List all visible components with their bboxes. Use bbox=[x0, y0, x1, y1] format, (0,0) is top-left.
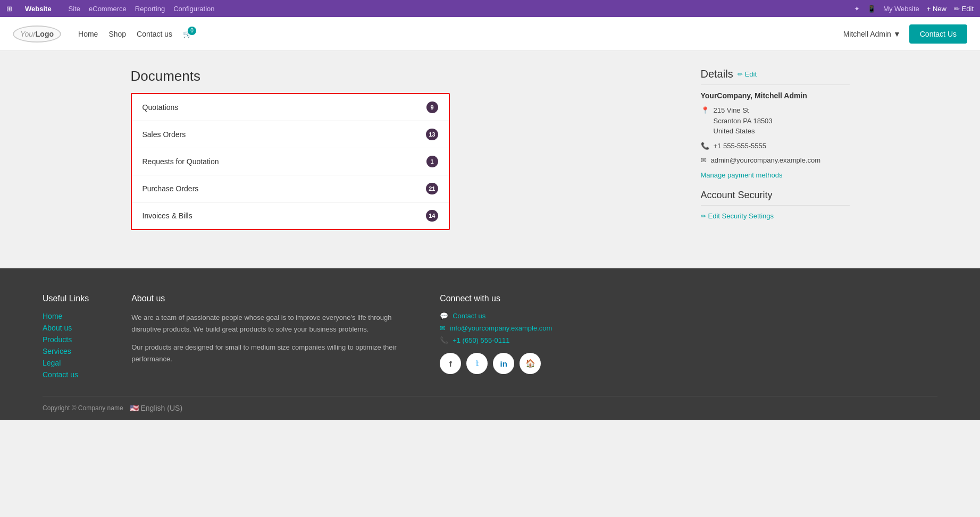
doc-badge-purchase-orders: 21 bbox=[426, 183, 438, 194]
cart-icon[interactable]: 🛒 0 bbox=[183, 30, 192, 38]
site-nav-links: Home Shop Contact us 🛒 0 bbox=[78, 30, 843, 38]
address-row: 📍 215 Vine St Scranton PA 18503 United S… bbox=[701, 105, 850, 137]
grid-icon[interactable]: ⊞ bbox=[6, 5, 12, 13]
location-icon: 📍 bbox=[701, 106, 709, 114]
nav-home[interactable]: Home bbox=[78, 30, 98, 38]
account-security-title: Account Security bbox=[701, 190, 850, 201]
doc-badge-invoices: 14 bbox=[426, 210, 438, 222]
phone-icon: 📞 bbox=[701, 142, 709, 150]
logo-text: Logo bbox=[36, 30, 54, 38]
footer-link-about[interactable]: About us bbox=[43, 324, 89, 332]
connect-email[interactable]: ✉ info@yourcompany.example.com bbox=[440, 324, 552, 332]
doc-row-quotations[interactable]: Quotations 9 bbox=[132, 94, 449, 121]
doc-row-sales-orders[interactable]: Sales Orders 13 bbox=[132, 121, 449, 148]
app-name: Website bbox=[25, 5, 52, 13]
contact-us-button[interactable]: Contact Us bbox=[909, 24, 967, 44]
language-selector[interactable]: 🇺🇸 English (US) bbox=[130, 404, 182, 412]
social-home[interactable]: 🏠 bbox=[520, 353, 541, 374]
pencil-icon bbox=[738, 70, 743, 78]
security-divider bbox=[701, 205, 850, 206]
phone-row: 📞 +1 555-555-5555 bbox=[701, 141, 850, 151]
connect-contact[interactable]: 💬 Contact us bbox=[440, 312, 552, 320]
admin-nav-configuration[interactable]: Configuration bbox=[173, 5, 214, 13]
my-website-button[interactable]: My Website bbox=[883, 5, 919, 13]
connect-links-list: 💬 Contact us ✉ info@yourcompany.example.… bbox=[440, 312, 552, 344]
footer-link-legal[interactable]: Legal bbox=[43, 359, 89, 367]
footer-links-list: Home About us Products Services Legal Co… bbox=[43, 312, 89, 379]
documents-section: Documents Quotations 9 Sales Orders 13 R… bbox=[131, 68, 680, 230]
cart-badge: 0 bbox=[188, 27, 196, 35]
documents-title: Documents bbox=[131, 68, 680, 84]
social-facebook[interactable]: f bbox=[440, 353, 461, 374]
company-name: YourCompany, Mitchell Admin bbox=[701, 91, 850, 100]
details-title: Details bbox=[701, 68, 733, 80]
email-icon: ✉ bbox=[701, 156, 707, 164]
about-title: About us bbox=[131, 294, 397, 303]
manage-payment-link[interactable]: Manage payment methods bbox=[701, 171, 850, 179]
social-linkedin[interactable]: in bbox=[493, 353, 514, 374]
connect-phone[interactable]: 📞 +1 (650) 555-0111 bbox=[440, 336, 552, 344]
admin-bar: ⊞ Website Site eCommerce Reporting Confi… bbox=[0, 0, 980, 17]
address-text: 215 Vine St Scranton PA 18503 United Sta… bbox=[714, 105, 773, 137]
nav-contact[interactable]: Contact us bbox=[137, 30, 172, 38]
site-nav: YourLogo Home Shop Contact us 🛒 0 Mitche… bbox=[0, 17, 980, 51]
footer-about: About us We are a team of passionate peo… bbox=[131, 294, 397, 379]
edit-security-link[interactable]: Edit Security Settings bbox=[701, 212, 850, 220]
doc-label-rfq: Requests for Quotation bbox=[143, 157, 219, 166]
admin-nav-reporting[interactable]: Reporting bbox=[135, 5, 165, 13]
social-twitter[interactable]: 𝕥 bbox=[466, 353, 488, 374]
doc-badge-quotations: 9 bbox=[426, 101, 438, 113]
new-button[interactable]: + New bbox=[927, 5, 947, 13]
footer: Useful Links Home About us Products Serv… bbox=[0, 268, 980, 420]
footer-link-contact[interactable]: Contact us bbox=[43, 370, 89, 379]
doc-row-invoices[interactable]: Invoices & Bills 14 bbox=[132, 202, 449, 229]
notification-icon[interactable]: ✦ bbox=[854, 5, 860, 13]
connect-email-icon: ✉ bbox=[440, 324, 446, 332]
footer-bottom: Copyright © Company name 🇺🇸 English (US) bbox=[43, 396, 937, 420]
doc-badge-rfq: 1 bbox=[426, 156, 438, 167]
footer-link-home[interactable]: Home bbox=[43, 312, 89, 320]
edit-button[interactable]: ✏ Edit bbox=[954, 5, 974, 13]
mobile-icon[interactable]: 📱 bbox=[867, 5, 876, 13]
email-row: ✉ admin@yourcompany.example.com bbox=[701, 155, 850, 166]
footer-link-products[interactable]: Products bbox=[43, 335, 89, 344]
footer-connect: Connect with us 💬 Contact us ✉ info@your… bbox=[440, 294, 552, 379]
connect-phone-icon: 📞 bbox=[440, 336, 448, 344]
user-menu-button[interactable]: Mitchell Admin ▼ bbox=[843, 30, 901, 38]
social-icons: f 𝕥 in 🏠 bbox=[440, 353, 552, 374]
nav-shop[interactable]: Shop bbox=[108, 30, 126, 38]
details-divider bbox=[701, 84, 850, 85]
main-content: Documents Quotations 9 Sales Orders 13 R… bbox=[118, 51, 862, 247]
details-section: Details Edit YourCompany, Mitchell Admin… bbox=[701, 68, 850, 230]
email-text: admin@yourcompany.example.com bbox=[711, 155, 821, 166]
doc-label-invoices: Invoices & Bills bbox=[143, 211, 192, 220]
footer-useful-links: Useful Links Home About us Products Serv… bbox=[43, 294, 89, 379]
admin-right-controls: ✦ 📱 My Website + New ✏ Edit bbox=[854, 5, 974, 13]
doc-label-sales-orders: Sales Orders bbox=[143, 130, 186, 139]
doc-badge-sales-orders: 13 bbox=[426, 129, 438, 140]
phone-text: +1 555-555-5555 bbox=[714, 141, 766, 151]
doc-row-rfq[interactable]: Requests for Quotation 1 bbox=[132, 148, 449, 175]
footer-link-services[interactable]: Services bbox=[43, 347, 89, 355]
useful-links-title: Useful Links bbox=[43, 294, 89, 303]
about-text-1: We are a team of passionate people whose… bbox=[131, 312, 397, 335]
about-text-2: Our products are designed for small to m… bbox=[131, 342, 397, 365]
connect-title: Connect with us bbox=[440, 294, 552, 303]
connect-chat-icon: 💬 bbox=[440, 312, 448, 320]
admin-nav-ecommerce[interactable]: eCommerce bbox=[89, 5, 127, 13]
documents-table: Quotations 9 Sales Orders 13 Requests fo… bbox=[131, 93, 450, 230]
doc-label-purchase-orders: Purchase Orders bbox=[143, 184, 199, 193]
site-nav-right: Mitchell Admin ▼ Contact Us bbox=[843, 24, 967, 44]
logo[interactable]: YourLogo bbox=[13, 26, 61, 43]
copyright-text: Copyright © Company name bbox=[43, 404, 123, 412]
logo-your: Your bbox=[20, 30, 36, 38]
details-header: Details Edit bbox=[701, 68, 850, 80]
security-pencil-icon bbox=[701, 212, 706, 220]
admin-nav-site[interactable]: Site bbox=[69, 5, 80, 13]
doc-row-purchase-orders[interactable]: Purchase Orders 21 bbox=[132, 175, 449, 202]
doc-label-quotations: Quotations bbox=[143, 103, 179, 112]
footer-content: Useful Links Home About us Products Serv… bbox=[43, 294, 937, 379]
details-edit-link[interactable]: Edit bbox=[738, 70, 757, 78]
